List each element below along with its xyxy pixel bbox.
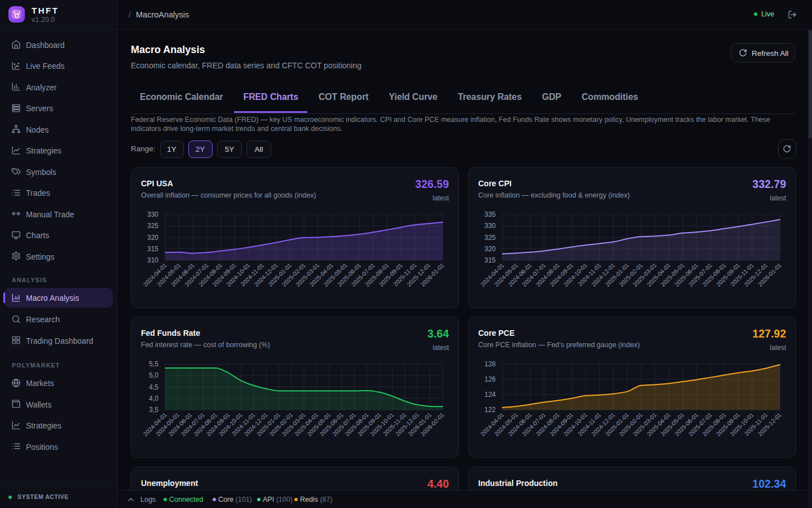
svg-text:330: 330 <box>484 222 496 230</box>
svg-text:124: 124 <box>484 391 496 398</box>
svg-text:4,0: 4,0 <box>149 395 158 402</box>
svg-text:5,0: 5,0 <box>149 371 158 379</box>
svg-text:122: 122 <box>484 406 496 414</box>
svg-text:315: 315 <box>484 256 496 264</box>
svg-text:3,5: 3,5 <box>149 406 158 414</box>
svg-text:320: 320 <box>147 234 158 242</box>
svg-text:126: 126 <box>484 375 496 383</box>
svg-text:325: 325 <box>147 222 158 230</box>
svg-text:128: 128 <box>484 360 496 368</box>
svg-text:315: 315 <box>147 245 158 253</box>
svg-text:330: 330 <box>147 211 158 218</box>
svg-text:4,5: 4,5 <box>149 383 158 391</box>
svg-text:335: 335 <box>484 211 496 218</box>
svg-text:5,5: 5,5 <box>149 360 158 368</box>
svg-text:325: 325 <box>484 234 496 242</box>
svg-text:310: 310 <box>147 256 158 264</box>
svg-text:320: 320 <box>484 245 496 253</box>
